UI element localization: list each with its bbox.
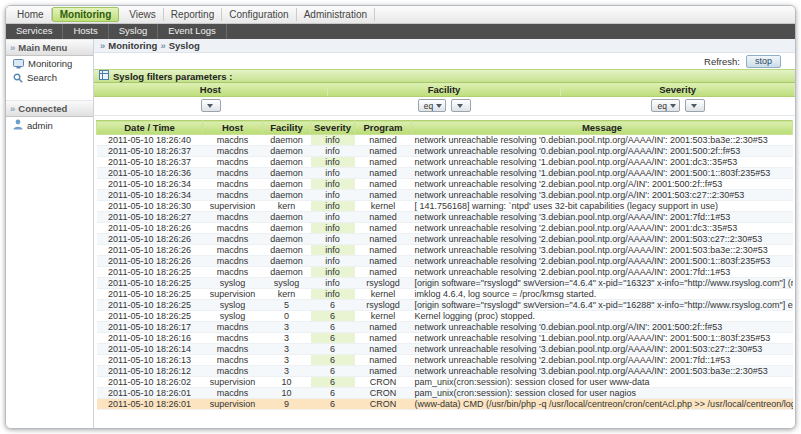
table-row[interactable]: 2011-05-10 18:26:25syslog56rsyslogd[orig… xyxy=(97,300,793,311)
log-severity: info xyxy=(311,146,355,157)
filter-operator-select-facility[interactable]: eq xyxy=(418,99,446,112)
log-facility: 5 xyxy=(263,300,311,311)
sub-tab-syslog[interactable]: Syslog xyxy=(109,24,159,39)
top-tab-views[interactable]: Views xyxy=(122,8,164,21)
column-header-host[interactable]: Host xyxy=(203,121,263,135)
log-facility: daemon xyxy=(263,179,311,190)
table-row[interactable]: 2011-05-10 18:26:01macdns106CRONpam_unix… xyxy=(97,388,793,399)
log-severity: 6 xyxy=(311,388,355,399)
table-row[interactable]: 2011-05-10 18:26:37macdnsdaemoninfonamed… xyxy=(97,146,793,157)
log-host: supervision xyxy=(203,399,263,410)
log-message: network unreachable resolving '3.debian.… xyxy=(412,190,793,201)
log-message: network unreachable resolving '3.debian.… xyxy=(412,245,793,256)
table-row[interactable]: 2011-05-10 18:26:30supervisionkerninfoke… xyxy=(97,201,793,212)
filter-value-select-host[interactable] xyxy=(201,99,221,112)
log-severity: info xyxy=(311,190,355,201)
log-datetime: 2011-05-10 18:26:25 xyxy=(97,300,203,311)
table-row[interactable]: 2011-05-10 18:26:26macdnsdaemoninfonamed… xyxy=(97,245,793,256)
top-tab-configuration[interactable]: Configuration xyxy=(222,8,296,21)
top-tab-monitoring[interactable]: Monitoring xyxy=(52,7,120,22)
table-row[interactable]: 2011-05-10 18:26:25macdnsdaemoninfonamed… xyxy=(97,267,793,278)
log-host: supervision xyxy=(203,201,263,212)
log-message: [origin software="rsyslogd" swVersion="4… xyxy=(412,300,793,311)
table-row[interactable]: 2011-05-10 18:26:26macdnsdaemoninfonamed… xyxy=(97,223,793,234)
log-host: macdns xyxy=(203,388,263,399)
column-header-date-time[interactable]: Date / Time xyxy=(97,121,203,135)
log-program: named xyxy=(355,146,412,157)
table-row[interactable]: 2011-05-10 18:26:26macdnsdaemoninfonamed… xyxy=(97,256,793,267)
table-row[interactable]: 2011-05-10 18:26:34macdnsdaemoninfonamed… xyxy=(97,190,793,201)
log-program: named xyxy=(355,267,412,278)
table-row[interactable]: 2011-05-10 18:26:17macdns36namednetwork … xyxy=(97,322,793,333)
table-row[interactable]: 2011-05-10 18:26:27macdnsdaemoninfonamed… xyxy=(97,212,793,223)
column-header-message[interactable]: Message xyxy=(412,121,793,135)
table-row[interactable]: 2011-05-10 18:26:36macdnsdaemoninfonamed… xyxy=(97,168,793,179)
log-message: network unreachable resolving '2.debian.… xyxy=(412,256,793,267)
sidebar-item-label: Monitoring xyxy=(28,58,72,69)
log-facility: daemon xyxy=(263,212,311,223)
log-facility: 3 xyxy=(263,344,311,355)
breadcrumb-item-syslog[interactable]: Syslog xyxy=(169,40,200,51)
table-row[interactable]: 2011-05-10 18:26:25syslog06kernelKernel … xyxy=(97,311,793,322)
sidebar-item-admin[interactable]: admin xyxy=(6,117,93,133)
filter-column-header-facility: Facility xyxy=(328,83,562,96)
log-message: network unreachable resolving '2.debian.… xyxy=(412,355,793,366)
stop-refresh-button[interactable]: stop xyxy=(746,55,781,68)
log-host: macdns xyxy=(203,190,263,201)
log-facility: daemon xyxy=(263,190,311,201)
log-message: Kernel logging (proc) stopped. xyxy=(412,311,793,322)
table-row[interactable]: 2011-05-10 18:26:02supervision106CRONpam… xyxy=(97,377,793,388)
log-program: named xyxy=(355,157,412,168)
table-row[interactable]: 2011-05-10 18:26:37macdnsdaemoninfonamed… xyxy=(97,157,793,168)
column-header-facility[interactable]: Facility xyxy=(263,121,311,135)
log-datetime: 2011-05-10 18:26:25 xyxy=(97,278,203,289)
filter-column-header-severity: Severity xyxy=(561,83,795,96)
sidebar-item-search[interactable]: Search xyxy=(6,70,93,84)
sub-tab-event-logs[interactable]: Event Logs xyxy=(158,24,227,39)
log-severity: info xyxy=(311,168,355,179)
chevron-double-icon: » xyxy=(10,103,15,114)
top-tab-administration[interactable]: Administration xyxy=(297,8,375,21)
sidebar-item-monitoring[interactable]: Monitoring xyxy=(6,56,93,70)
table-row[interactable]: 2011-05-10 18:26:12macdns36namednetwork … xyxy=(97,366,793,377)
filter-controls: eqeq xyxy=(94,97,795,116)
table-row[interactable]: 2011-05-10 18:26:16macdns36namednetwork … xyxy=(97,333,793,344)
table-row[interactable]: 2011-05-10 18:26:13macdns36namednetwork … xyxy=(97,355,793,366)
table-row[interactable]: 2011-05-10 18:26:40macdnsdaemoninfonamed… xyxy=(97,135,793,146)
log-severity: info xyxy=(311,157,355,168)
log-severity: info xyxy=(311,289,355,300)
filter-value-select-facility[interactable] xyxy=(451,99,471,112)
log-datetime: 2011-05-10 18:26:34 xyxy=(97,179,203,190)
log-program: named xyxy=(355,366,412,377)
filter-operator-value: eq xyxy=(424,101,433,111)
log-table-header-row: Date / TimeHostFacilitySeverityProgramMe… xyxy=(97,121,793,135)
log-message: network unreachable resolving '2.debian.… xyxy=(412,267,793,278)
log-datetime: 2011-05-10 18:26:27 xyxy=(97,212,203,223)
chevron-down-icon xyxy=(457,104,463,108)
log-severity: info xyxy=(311,234,355,245)
log-facility: 10 xyxy=(263,388,311,399)
breadcrumb-item-monitoring[interactable]: Monitoring xyxy=(108,40,157,51)
column-header-program[interactable]: Program xyxy=(355,121,412,135)
table-row[interactable]: 2011-05-10 18:26:34macdnsdaemoninfonamed… xyxy=(97,179,793,190)
log-program: kernel xyxy=(355,201,412,212)
table-row[interactable]: 2011-05-10 18:26:14macdns36namednetwork … xyxy=(97,344,793,355)
table-row[interactable]: 2011-05-10 18:26:25supervisionkerninfoke… xyxy=(97,289,793,300)
table-row[interactable]: 2011-05-10 18:26:26macdnsdaemoninfonamed… xyxy=(97,234,793,245)
top-tab-reporting[interactable]: Reporting xyxy=(164,8,222,21)
user-label: admin xyxy=(27,120,53,131)
filter-operator-select-severity[interactable]: eq xyxy=(651,99,679,112)
column-header-severity[interactable]: Severity xyxy=(311,121,355,135)
table-row[interactable]: 2011-05-10 18:26:25syslogsysloginforsysl… xyxy=(97,278,793,289)
log-datetime: 2011-05-10 18:26:01 xyxy=(97,399,203,410)
top-tab-home[interactable]: Home xyxy=(10,8,52,21)
sub-tab-hosts[interactable]: Hosts xyxy=(63,24,108,39)
sub-tab-services[interactable]: Services xyxy=(6,24,63,39)
table-row[interactable]: 2011-05-10 18:26:01supervision96CRON(www… xyxy=(97,399,793,410)
log-datetime: 2011-05-10 18:26:25 xyxy=(97,289,203,300)
filter-cell-facility: eq xyxy=(328,99,562,112)
sidebar-item-label: Search xyxy=(27,72,57,83)
log-facility: daemon xyxy=(263,234,311,245)
filter-column-headers: HostFacilitySeverity xyxy=(94,83,795,97)
filter-value-select-severity[interactable] xyxy=(685,99,705,112)
